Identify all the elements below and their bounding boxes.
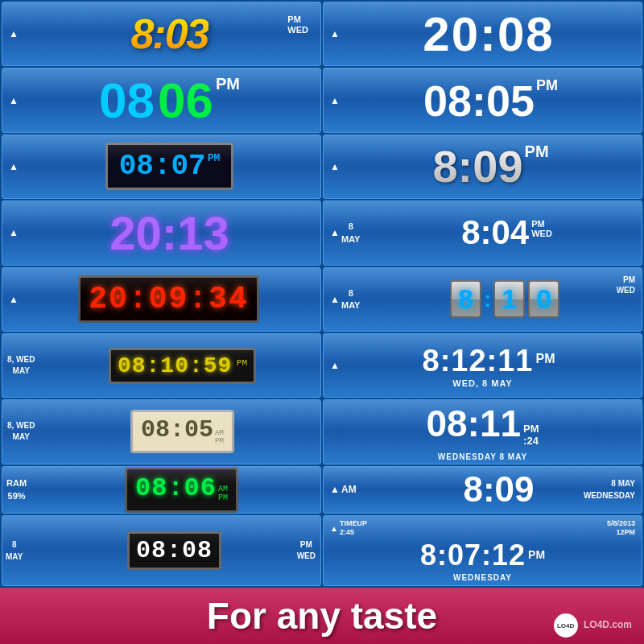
- timeup-label: TIMEUP 2:45: [340, 519, 367, 538]
- colon: :: [484, 287, 491, 312]
- time-display: 08:05: [423, 76, 535, 126]
- date-label: 8 MAY: [6, 539, 23, 563]
- clock-lcd-beige: 8, WED MAY 08:05 AM PM: [2, 399, 321, 464]
- date-label: 8, WED MAY: [7, 354, 35, 377]
- time-suffix: PM: [208, 152, 221, 164]
- date-label: 8 MAY WEDNESDAY: [584, 477, 635, 502]
- day-label: WEDNESDAY: [453, 573, 512, 582]
- time-display: 20:09:34: [89, 282, 248, 316]
- arrow-icon: ▲: [9, 294, 19, 305]
- time-display: 20:13: [109, 206, 229, 260]
- clock-retro-yellow: ▲ 8:03 PM WED: [2, 2, 321, 66]
- time-suffix: PM: [535, 352, 555, 366]
- date-label: WED, 8 MAY: [452, 378, 512, 388]
- arrow-icon: ▲: [330, 95, 340, 106]
- time-display: 8:09: [463, 469, 534, 510]
- lcd-display: 08:07 PM: [105, 142, 234, 190]
- time-row: 08:11 PM :24: [426, 402, 539, 451]
- time-display: 8:09: [432, 140, 522, 192]
- flip-digit-8: 8: [450, 280, 481, 318]
- time-suffix-pm: PM: [523, 423, 539, 435]
- date-label: 8, WED MAY: [7, 420, 35, 443]
- time-suffix-block: PM WED: [531, 219, 552, 238]
- time-minutes: 06: [158, 72, 213, 129]
- clock-timeup: ▲ TIMEUP 2:45 5/8/2013 12PM 8:07:12 PM W…: [323, 515, 642, 586]
- arrow-icon: ▲: [330, 227, 340, 238]
- suffix-info: PM WED: [617, 275, 635, 295]
- suffix-label: PM WED: [297, 539, 316, 562]
- footer-logo: LO4D LO4D.com: [554, 613, 632, 638]
- date-label: 8 MAY: [341, 221, 360, 246]
- suffix-block: AM PM: [215, 429, 224, 445]
- time-suffix: PM: [536, 77, 558, 94]
- arrow-icon: ▲: [9, 95, 19, 106]
- arrow-icon: ▲: [330, 524, 338, 533]
- time-row: 8:12:11 PM: [423, 344, 555, 378]
- clock-white-bold: ▲ 20:08: [323, 2, 642, 66]
- lcd-display: 08:06 AM PM: [125, 467, 238, 513]
- led-display: 20:09:34: [78, 275, 258, 323]
- clock-lcd-white: 8 MAY 08:08 PM WED: [2, 515, 321, 586]
- clock-large-date: ▲ 8:12:11 PM WED, 8 MAY: [323, 333, 642, 398]
- flip-digit-1: 1: [493, 280, 525, 318]
- lcd-display: 08:05 AM PM: [130, 410, 234, 453]
- date-top-label: 5/8/2013 12PM: [607, 519, 635, 538]
- time-display: 08:06: [135, 473, 217, 503]
- time-suffix: PM: [216, 75, 240, 93]
- time-suffix: PM: [528, 548, 545, 561]
- date-label: 8 MAY: [341, 287, 360, 312]
- logo-text: LO4D.com: [584, 619, 632, 630]
- time-hours: 08: [99, 72, 155, 129]
- arrow-icon: ▲: [330, 161, 340, 172]
- footer-text: For any taste: [207, 594, 437, 638]
- date-label: WEDNESDAY 8 MAY: [438, 452, 527, 461]
- clock-cyan-green: ▲ 08 06 PM: [2, 68, 321, 132]
- arrow-icon: ▲: [330, 360, 340, 371]
- clock-lcd-yellow: 8, WED MAY 08:10:59 PM: [2, 333, 321, 398]
- arrow-icon: ▲: [9, 161, 19, 172]
- time-display: 08:11: [426, 402, 521, 445]
- time-display: 8:03: [130, 10, 208, 58]
- suffix-block: AM PM: [218, 485, 228, 502]
- lcd-display: 08:10:59 PM: [109, 348, 256, 384]
- flip-digit-0: 0: [528, 280, 559, 318]
- arrow-icon: ▲: [330, 484, 340, 495]
- time-display: 08:10:59: [118, 353, 232, 378]
- ram-label: RAM 59%: [6, 477, 27, 502]
- clock-silver-3d: ▲ 8:09 PM: [323, 134, 642, 199]
- clock-purple: ▲ 20:13: [2, 200, 321, 265]
- clock-date-time-right: ▲ 8 MAY 8:04 PM WED: [323, 200, 642, 265]
- clock-am-time: ▲ AM 8:09 8 MAY WEDNESDAY: [323, 466, 642, 514]
- footer: For any taste LO4D LO4D.com: [0, 588, 644, 644]
- clock-lcd-blue: ▲ 08:07 PM: [2, 134, 321, 199]
- clock-ram: RAM 59% 08:06 AM PM: [2, 466, 321, 514]
- clock-white-medium: ▲ 08:05 PM: [323, 68, 642, 132]
- time-display: 8:07:12: [420, 539, 526, 572]
- clocks-grid: ▲ 8:03 PM WED ▲ 20:08 ▲ 08 06 PM ▲ 08:05…: [0, 0, 644, 588]
- time-display: 08:07: [119, 150, 206, 183]
- flip-display: 8 : 1 0: [449, 279, 560, 319]
- arrow-icon: ▲: [330, 28, 340, 39]
- arrow-icon: ▲: [9, 227, 19, 238]
- suffix-block: PM :24: [523, 423, 539, 447]
- time-row: 8:07:12 PM: [420, 539, 545, 572]
- am-label: AM: [341, 484, 357, 495]
- time-display: 8:12:11: [423, 344, 534, 378]
- clock-red-led: ▲ 20:09:34: [2, 267, 321, 332]
- clock-flip-blue: ▲ 8 MAY 8 : 1 0 PM WED: [323, 267, 642, 332]
- time-display: 08:08: [136, 537, 213, 564]
- time-suffix: PM: [525, 142, 549, 161]
- time-suffix: PM WED: [287, 14, 308, 35]
- time-display: 08:05: [141, 416, 213, 444]
- top-row: ▲ TIMEUP 2:45 5/8/2013 12PM: [327, 519, 638, 538]
- logo-circle: LO4D: [554, 613, 578, 638]
- clock-white-date-below: 08:11 PM :24 WEDNESDAY 8 MAY: [323, 399, 642, 464]
- time-suffix: PM: [237, 358, 247, 368]
- main-container: ▲ 8:03 PM WED ▲ 20:08 ▲ 08 06 PM ▲ 08:05…: [0, 0, 644, 644]
- arrow-icon: ▲: [9, 28, 19, 39]
- lcd-display: 08:08: [127, 531, 221, 570]
- time-display: 8:04: [461, 213, 529, 252]
- time-suffix-seconds: :24: [523, 435, 539, 447]
- arrow-icon: ▲: [330, 294, 340, 305]
- time-display: 20:08: [423, 6, 554, 62]
